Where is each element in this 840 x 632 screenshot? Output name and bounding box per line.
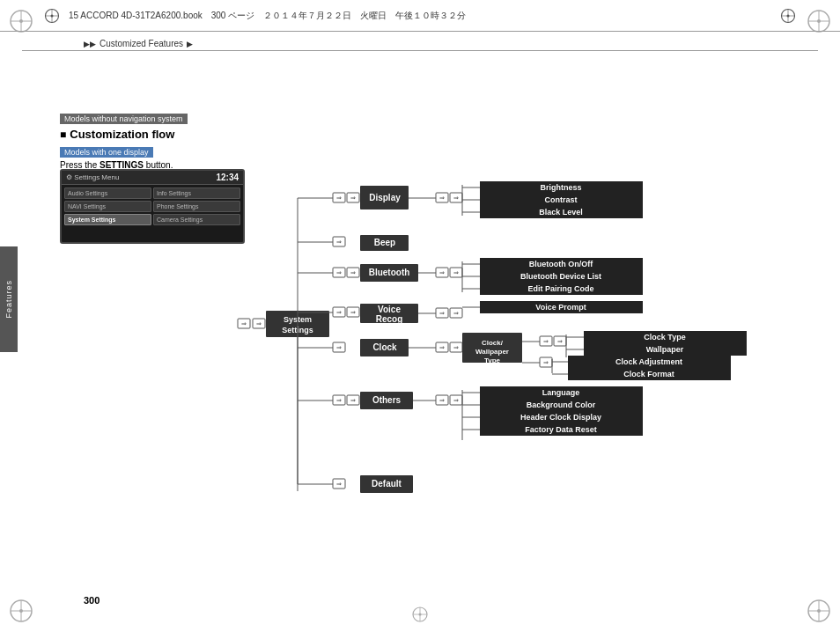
- svg-text:⇒: ⇒: [336, 239, 342, 245]
- svg-text:⇒: ⇒: [439, 344, 445, 350]
- svg-text:Voice: Voice: [378, 305, 401, 314]
- svg-text:Bluetooth: Bluetooth: [369, 268, 410, 277]
- svg-text:Black Level: Black Level: [539, 208, 583, 217]
- svg-text:Display: Display: [369, 193, 401, 202]
- svg-point-15: [817, 609, 821, 613]
- svg-text:Edit Pairing Code: Edit Pairing Code: [527, 284, 593, 293]
- sidebar-label: Features: [0, 246, 18, 352]
- svg-text:⇒: ⇒: [543, 338, 549, 344]
- svg-text:Wallpaper: Wallpaper: [475, 348, 509, 356]
- svg-text:⇒: ⇒: [350, 269, 356, 276]
- svg-text:⇒: ⇒: [439, 397, 445, 403]
- svg-text:Header Clock Display: Header Clock Display: [520, 413, 601, 422]
- svg-text:Clock: Clock: [372, 342, 397, 352]
- corner-br: [805, 597, 833, 625]
- svg-text:⇒: ⇒: [453, 269, 459, 276]
- svg-text:Bluetooth On/Off: Bluetooth On/Off: [529, 260, 593, 268]
- svg-text:⇒: ⇒: [336, 195, 342, 201]
- svg-text:Type: Type: [484, 356, 501, 364]
- svg-text:Clock Format: Clock Format: [623, 370, 674, 378]
- compass-icon: [44, 8, 60, 24]
- svg-text:⇒: ⇒: [439, 310, 445, 316]
- svg-text:Language: Language: [542, 388, 580, 397]
- svg-text:⇒: ⇒: [350, 309, 356, 315]
- svg-text:Others: Others: [372, 395, 402, 405]
- header-separator: [22, 50, 818, 51]
- svg-text:Background Color: Background Color: [527, 401, 596, 409]
- breadcrumb: Customized Features: [84, 39, 193, 48]
- svg-text:Clock Adjustment: Clock Adjustment: [615, 357, 682, 366]
- flow-diagram: ⇒ ⇒ System Settings ⇒ ⇒ Display ⇒ ⇒ Brig…: [48, 150, 819, 511]
- svg-text:Clock Type: Clock Type: [644, 333, 685, 342]
- header-text: 15 ACCORD 4D-31T2A6200.book 300 ページ ２０１４…: [69, 10, 466, 22]
- svg-text:Voice Prompt: Voice Prompt: [535, 303, 586, 312]
- corner-bl: [7, 597, 35, 625]
- svg-text:Contrast: Contrast: [544, 195, 577, 204]
- svg-text:⇒: ⇒: [336, 269, 342, 276]
- svg-point-19: [419, 614, 422, 616]
- svg-text:⇒: ⇒: [256, 320, 262, 327]
- svg-text:Wallpaper: Wallpaper: [646, 345, 684, 354]
- svg-point-11: [19, 609, 23, 613]
- page-number: 300: [84, 595, 99, 606]
- svg-point-27: [787, 14, 790, 17]
- svg-text:Factory Data Reset: Factory Data Reset: [525, 425, 597, 434]
- svg-text:Brightness: Brightness: [540, 183, 581, 192]
- svg-text:Beep: Beep: [374, 238, 395, 247]
- svg-text:⇒: ⇒: [439, 195, 445, 201]
- compass-icon-right: [780, 8, 796, 24]
- page-header: 15 ACCORD 4D-31T2A6200.book 300 ページ ２０１４…: [0, 0, 840, 32]
- svg-text:Clock/: Clock/: [482, 339, 504, 347]
- svg-text:Default: Default: [372, 479, 402, 489]
- svg-point-23: [51, 14, 54, 17]
- crosshair-bottom-center: [409, 604, 431, 625]
- model-badge-no-nav: Models without navigation system: [60, 114, 188, 124]
- breadcrumb-label: Customized Features: [99, 39, 183, 48]
- svg-text:⇒: ⇒: [453, 310, 459, 316]
- svg-text:⇒: ⇒: [543, 359, 549, 365]
- svg-text:⇒: ⇒: [453, 344, 459, 350]
- svg-text:⇒: ⇒: [336, 397, 342, 403]
- svg-text:⇒: ⇒: [350, 397, 356, 403]
- svg-text:⇒: ⇒: [336, 309, 342, 315]
- svg-text:⇒: ⇒: [241, 320, 247, 327]
- svg-text:⇒: ⇒: [439, 269, 445, 276]
- section-title: Customization flow: [60, 128, 271, 141]
- svg-text:Bluetooth Device List: Bluetooth Device List: [520, 272, 601, 281]
- svg-text:⇒: ⇒: [453, 397, 459, 403]
- svg-text:Recog: Recog: [376, 314, 403, 324]
- svg-text:⇒: ⇒: [350, 195, 356, 201]
- svg-text:⇒: ⇒: [336, 481, 342, 487]
- svg-text:⇒: ⇒: [453, 195, 459, 201]
- sidebar-text: Features: [4, 280, 13, 319]
- svg-text:⇒: ⇒: [336, 344, 342, 350]
- svg-text:⇒: ⇒: [557, 338, 563, 344]
